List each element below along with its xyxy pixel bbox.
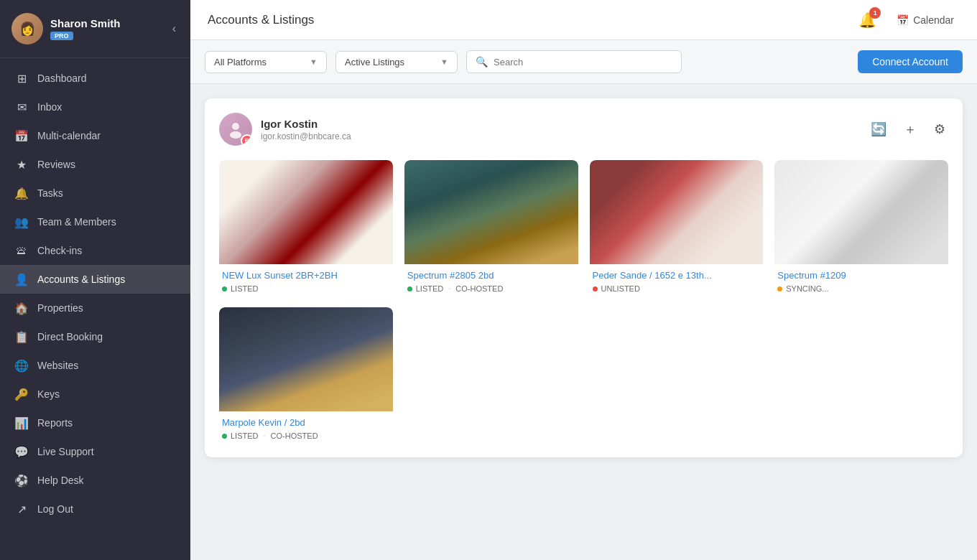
- sidebar-item-label: Keys: [37, 388, 60, 400]
- websites-icon: 🌐: [14, 358, 29, 373]
- status-dot: [222, 286, 227, 291]
- inbox-icon: ✉: [14, 100, 29, 114]
- listing-name: Marpole Kevin / 2bd: [222, 417, 390, 428]
- sidebar-item-inbox[interactable]: ✉ Inbox: [0, 93, 190, 121]
- sidebar-nav: ⊞ Dashboard ✉ Inbox 📅 Multi-calendar ★ R…: [0, 58, 190, 560]
- tasks-icon: 🔔: [14, 186, 29, 200]
- listing-info: Marpole Kevin / 2bd LISTED· CO-HOSTED: [219, 411, 393, 443]
- sidebar-item-label: Reviews: [37, 159, 75, 170]
- reviews-icon: ★: [14, 157, 29, 172]
- search-input[interactable]: [494, 57, 672, 67]
- account-card-header: B Igor Kostin igor.kostin@bnbcare.ca 🔄 ＋…: [219, 113, 948, 146]
- listing-info: Peder Sande / 1652 e 13th... UNLISTED: [590, 264, 764, 296]
- active-listings-filter[interactable]: Active Listings ▼: [335, 51, 458, 73]
- sidebar-item-multi-calendar[interactable]: 📅 Multi-calendar: [0, 121, 190, 150]
- topbar-actions: 🔔 1 📅 Calendar: [856, 9, 960, 32]
- listing-status: SYNCING...: [777, 284, 945, 293]
- sidebar-item-reviews[interactable]: ★ Reviews: [0, 150, 190, 179]
- sidebar-item-properties[interactable]: 🏠 Properties: [0, 294, 190, 322]
- user-name-block: Sharon Smith PRO: [50, 17, 121, 40]
- settings-button[interactable]: ⚙: [931, 118, 948, 140]
- sidebar-header: 👩 Sharon Smith PRO ‹: [0, 0, 190, 58]
- svg-point-1: [230, 131, 241, 139]
- listing-thumbnail: [590, 160, 764, 264]
- listing-name: Spectrum #2805 2bd: [407, 270, 575, 281]
- account-avatar: B: [219, 113, 252, 146]
- topbar: Accounts & Listings 🔔 1 📅 Calendar: [190, 0, 977, 40]
- accounts-listings-icon: 👤: [14, 272, 29, 286]
- listing-status: LISTED· CO-HOSTED: [222, 431, 390, 440]
- sidebar-item-label: Dashboard: [37, 73, 87, 84]
- sidebar-item-label: Team & Members: [37, 216, 116, 228]
- account-email: igor.kostin@bnbcare.ca: [261, 131, 351, 141]
- listing-status: LISTED: [222, 284, 390, 293]
- card-actions: 🔄 ＋ ⚙: [868, 118, 948, 141]
- sidebar-item-label: Tasks: [37, 187, 63, 199]
- sidebar-item-log-out[interactable]: ↗ Log Out: [0, 495, 190, 523]
- sidebar-item-websites[interactable]: 🌐 Websites: [0, 351, 190, 380]
- sidebar-item-accounts-listings[interactable]: 👤 Accounts & Listings: [0, 265, 190, 294]
- listing-card[interactable]: Spectrum #1209 SYNCING...: [774, 160, 948, 296]
- multi-calendar-icon: 📅: [14, 129, 29, 143]
- sidebar-item-tasks[interactable]: 🔔 Tasks: [0, 179, 190, 207]
- sidebar-item-team-members[interactable]: 👥 Team & Members: [0, 207, 190, 236]
- avatar: 👩: [11, 13, 43, 45]
- status-dot: [593, 286, 598, 291]
- sidebar-item-dashboard[interactable]: ⊞ Dashboard: [0, 64, 190, 93]
- sidebar-item-keys[interactable]: 🔑 Keys: [0, 380, 190, 409]
- platform-filter[interactable]: All Platforms ▼: [205, 51, 327, 73]
- listing-info: Spectrum #2805 2bd LISTED· CO-HOSTED: [404, 264, 578, 296]
- content-area: B Igor Kostin igor.kostin@bnbcare.ca 🔄 ＋…: [190, 84, 977, 560]
- status-text: LISTED: [416, 284, 444, 293]
- listing-card[interactable]: NEW Lux Sunset 2BR+2BH LISTED: [219, 160, 393, 296]
- calendar-button[interactable]: 📅 Calendar: [891, 11, 960, 29]
- listing-card[interactable]: Spectrum #2805 2bd LISTED· CO-HOSTED: [404, 160, 578, 296]
- status-text: LISTED: [231, 431, 259, 440]
- search-box[interactable]: 🔍: [466, 50, 682, 73]
- co-hosted-label: CO-HOSTED: [455, 284, 503, 293]
- listing-name: Peder Sande / 1652 e 13th...: [593, 270, 761, 281]
- status-text: SYNCING...: [786, 284, 828, 293]
- sidebar: 👩 Sharon Smith PRO ‹ ⊞ Dashboard ✉ Inbox…: [0, 0, 190, 560]
- listing-card[interactable]: Marpole Kevin / 2bd LISTED· CO-HOSTED: [219, 307, 393, 443]
- listing-info: Spectrum #1209 SYNCING...: [774, 264, 948, 296]
- main-content: Accounts & Listings 🔔 1 📅 Calendar All P…: [190, 0, 977, 560]
- sidebar-item-direct-booking[interactable]: 📋 Direct Booking: [0, 322, 190, 351]
- add-listing-button[interactable]: ＋: [901, 118, 920, 141]
- direct-booking-icon: 📋: [14, 330, 29, 344]
- search-icon: 🔍: [476, 56, 488, 67]
- platform-filter-label: All Platforms: [214, 57, 304, 67]
- reports-icon: 📊: [14, 416, 29, 430]
- bnb-badge: B: [241, 134, 252, 146]
- calendar-icon: 📅: [897, 14, 909, 26]
- listing-thumbnail: [404, 160, 578, 264]
- status-dot: [407, 286, 412, 291]
- status-text: UNLISTED: [601, 284, 640, 293]
- listing-name: Spectrum #1209: [777, 270, 945, 281]
- sidebar-item-label: Reports: [37, 417, 73, 429]
- collapse-sidebar-button[interactable]: ‹: [170, 19, 179, 38]
- listing-status: LISTED· CO-HOSTED: [407, 284, 575, 293]
- filter-bar: All Platforms ▼ Active Listings ▼ 🔍 Conn…: [190, 40, 977, 84]
- status-dot: [777, 286, 782, 291]
- log-out-icon: ↗: [14, 502, 29, 516]
- sidebar-item-live-support[interactable]: 💬 Live Support: [0, 437, 190, 466]
- listing-name: NEW Lux Sunset 2BR+2BH: [222, 270, 390, 281]
- refresh-button[interactable]: 🔄: [868, 118, 889, 140]
- pro-badge: PRO: [50, 32, 73, 40]
- team-members-icon: 👥: [14, 215, 29, 229]
- listing-status: UNLISTED: [593, 284, 761, 293]
- sidebar-user-info: 👩 Sharon Smith PRO: [11, 13, 121, 45]
- sidebar-item-label: Websites: [37, 360, 78, 371]
- sidebar-item-label: Inbox: [37, 101, 62, 113]
- sidebar-item-check-ins[interactable]: 🛎 Check-ins: [0, 236, 190, 265]
- sidebar-item-help-desk[interactable]: ⚽ Help Desk: [0, 466, 190, 495]
- sidebar-item-label: Multi-calendar: [37, 130, 101, 141]
- notification-button[interactable]: 🔔 1: [856, 9, 879, 32]
- account-name: Igor Kostin: [261, 118, 351, 130]
- chevron-down-icon: ▼: [440, 57, 448, 66]
- listing-card[interactable]: Peder Sande / 1652 e 13th... UNLISTED: [590, 160, 764, 296]
- connect-account-button[interactable]: Connect Account: [858, 50, 963, 73]
- sidebar-item-reports[interactable]: 📊 Reports: [0, 409, 190, 437]
- page-title: Accounts & Listings: [208, 13, 314, 27]
